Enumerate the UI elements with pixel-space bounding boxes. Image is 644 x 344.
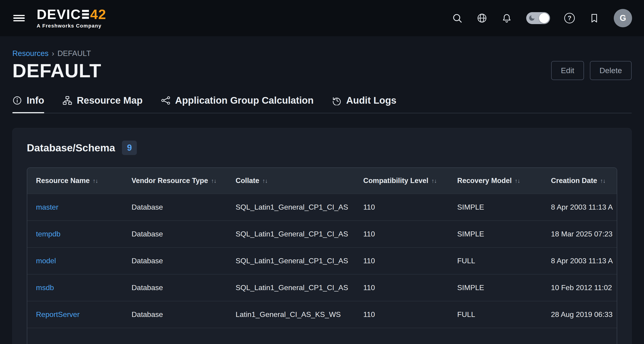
device42-resource-page: { "colors": { "accent_orange": "#F59C18"… [0, 0, 644, 344]
cell-collate: SQL_Latin1_General_CP1_CI_AS [236, 283, 363, 292]
cell-compatibility-level: 110 [363, 203, 457, 211]
info-icon [12, 96, 22, 105]
moon-icon [528, 15, 535, 22]
cell-creation-date: 10 Feb 2012 11:02 [551, 283, 617, 292]
cell-resource-name: tempdb [27, 230, 132, 238]
column-header-compatibility-level[interactable]: Compatibility Level ↑↓ [363, 177, 457, 185]
search-button[interactable] [452, 13, 462, 24]
card-header: Database/Schema 9 [27, 141, 617, 155]
column-header-label: Creation Date [551, 177, 597, 185]
cell-recovery-model: FULL [457, 257, 551, 265]
breadcrumb-link-resources[interactable]: Resources [12, 49, 48, 58]
cell-vendor-resource-type: Database [132, 283, 236, 292]
question-mark-icon: ? [568, 15, 572, 22]
sort-icon[interactable]: ↑↓ [211, 178, 216, 184]
table-row: msdb Database SQL_Latin1_General_CP1_CI_… [27, 274, 617, 301]
cell-recovery-model: FULL [457, 310, 551, 319]
navbar-right: ? G [452, 9, 632, 27]
table-container: Resource Name ↑↓ Vendor Resource Type ↑↓… [27, 167, 617, 344]
cell-resource-name: master [27, 203, 132, 211]
sort-icon[interactable]: ↑↓ [431, 178, 436, 184]
resource-name-link[interactable]: ReportServer [36, 310, 80, 318]
tab-application-group-calculation[interactable]: Application Group Calculation [161, 95, 314, 113]
user-avatar[interactable]: G [614, 9, 632, 27]
cell-resource-name: msdb [27, 283, 132, 292]
title-row: DEFAULT Edit Delete [12, 61, 632, 81]
tab-bar: Info Resource Map Application Group Calc… [12, 95, 632, 113]
help-button[interactable]: ? [564, 13, 575, 24]
sort-icon[interactable]: ↑↓ [262, 178, 268, 184]
tab-application-group-calculation-label: Application Group Calculation [175, 95, 314, 106]
cell-compatibility-level: 110 [363, 310, 457, 319]
table-row: ReportServer Database Latin1_General_CI_… [27, 301, 617, 328]
resource-name-link[interactable]: model [36, 257, 56, 265]
tab-resource-map-label: Resource Map [77, 95, 142, 106]
column-header-label: Recovery Model [457, 177, 512, 185]
sort-icon[interactable]: ↑↓ [515, 178, 520, 184]
cell-collate: Latin1_General_CI_AS_KS_WS [236, 310, 363, 319]
logo-subtitle: A Freshworks Company [37, 23, 106, 29]
column-header-creation-date[interactable]: Creation Date ↑↓ [551, 177, 617, 185]
cell-recovery-model: SIMPLE [457, 283, 551, 292]
cell-resource-name: ReportServer [27, 310, 132, 319]
table-row: master Database SQL_Latin1_General_CP1_C… [27, 194, 617, 220]
cell-recovery-model: SIMPLE [457, 230, 551, 238]
column-header-collate[interactable]: Collate ↑↓ [236, 177, 363, 185]
column-header-recovery-model[interactable]: Recovery Model ↑↓ [457, 177, 551, 185]
hamburger-icon [13, 15, 25, 22]
breadcrumb-separator: › [52, 49, 54, 58]
bookmark-icon [589, 13, 600, 24]
cell-recovery-model: SIMPLE [457, 203, 551, 211]
tab-audit-logs[interactable]: Audit Logs [332, 95, 396, 113]
database-schema-card: Database/Schema 9 Resource Name ↑↓ Vendo… [12, 128, 632, 344]
column-header-label: Resource Name [36, 177, 90, 185]
notifications-button[interactable] [502, 13, 512, 24]
top-navbar: DEVIC 42 A Freshworks Company ? [0, 0, 644, 36]
tab-audit-logs-label: Audit Logs [346, 95, 396, 106]
network-icon [161, 96, 170, 105]
resource-name-link[interactable]: tempdb [36, 230, 60, 238]
cell-compatibility-level: 110 [363, 257, 457, 265]
cell-creation-date: 8 Apr 2003 11:13 A [551, 203, 617, 211]
breadcrumb-current: DEFAULT [58, 49, 91, 58]
logo-text-left: DEVIC [37, 8, 81, 21]
column-header-vendor-resource-type[interactable]: Vendor Resource Type ↑↓ [132, 177, 236, 185]
search-icon [452, 13, 462, 24]
device42-logo[interactable]: DEVIC 42 A Freshworks Company [37, 8, 106, 29]
logo-wordmark: DEVIC 42 [37, 8, 106, 21]
menu-toggle-button[interactable] [12, 12, 26, 24]
cell-compatibility-level: 110 [363, 283, 457, 292]
column-header-resource-name[interactable]: Resource Name ↑↓ [27, 177, 132, 185]
resource-name-link[interactable]: msdb [36, 283, 54, 292]
database-schema-table: Resource Name ↑↓ Vendor Resource Type ↑↓… [27, 168, 617, 344]
sitemap-icon [62, 96, 72, 105]
cell-vendor-resource-type: Database [132, 257, 236, 265]
column-header-label: Compatibility Level [363, 177, 428, 185]
cell-vendor-resource-type: Database [132, 230, 236, 238]
language-button[interactable] [477, 13, 487, 24]
resource-name-link[interactable]: master [36, 203, 58, 211]
cell-compatibility-level: 110 [363, 230, 457, 238]
sort-icon[interactable]: ↑↓ [600, 178, 606, 184]
logo-text-accent: 42 [90, 8, 106, 21]
dark-mode-toggle[interactable] [526, 12, 550, 24]
table-row: model Database SQL_Latin1_General_CP1_CI… [27, 247, 617, 274]
tab-resource-map[interactable]: Resource Map [62, 95, 142, 113]
card-title: Database/Schema [27, 142, 115, 154]
globe-icon [477, 13, 487, 24]
cell-creation-date: 18 Mar 2025 07:23 [551, 230, 617, 238]
column-header-label: Collate [236, 177, 259, 185]
cell-creation-date: 8 Apr 2003 11:13 A [551, 257, 617, 265]
edit-button[interactable]: Edit [551, 61, 584, 80]
tab-info[interactable]: Info [12, 95, 44, 113]
breadcrumb: Resources › DEFAULT [12, 49, 632, 58]
sort-icon[interactable]: ↑↓ [92, 178, 98, 184]
delete-button[interactable]: Delete [590, 61, 632, 80]
cell-collate: SQL_Latin1_General_CP1_CI_AS [236, 203, 363, 211]
tab-info-label: Info [26, 95, 44, 106]
avatar-initial: G [620, 13, 626, 23]
bookmarks-button[interactable] [589, 13, 600, 24]
table-row: tempdb Database SQL_Latin1_General_CP1_C… [27, 220, 617, 247]
table-header-row: Resource Name ↑↓ Vendor Resource Type ↑↓… [27, 168, 617, 194]
page-actions: Edit Delete [551, 61, 632, 80]
